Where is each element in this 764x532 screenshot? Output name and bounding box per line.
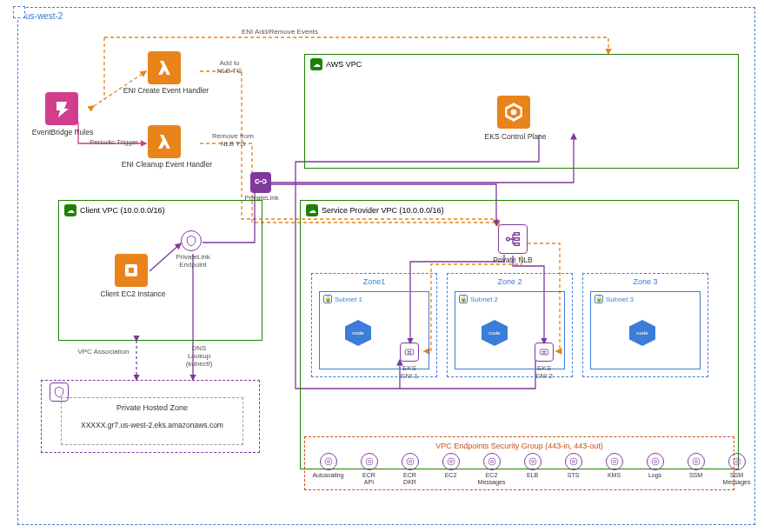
zone-1: Zone1 🔒Subnet 1 — [311, 273, 437, 377]
endpoint-item: STS — [555, 453, 592, 485]
endpoints-row: AutoscalingECRAPIECRDKREC2EC2MessagesELB… — [309, 453, 755, 485]
lock-icon: 🔒 — [459, 295, 468, 303]
svg-rect-5 — [515, 238, 520, 241]
eventbridge-label: EventBridge Rules — [26, 128, 99, 136]
endpoint-icon — [524, 453, 541, 470]
endpoint-label: ECRDKR — [403, 472, 416, 485]
provider-vpc-label: Service Provider VPC (10.0.0.0/16) — [322, 206, 444, 215]
aws-vpc-label: AWS VPC — [326, 60, 362, 69]
nlb-icon — [498, 224, 528, 254]
cloud-icon: ☁ — [64, 204, 76, 216]
zone-2-title: Zone 2 — [448, 277, 572, 286]
svg-point-16 — [449, 461, 452, 463]
region-label: us-west-2 — [25, 11, 63, 21]
eni-events-label: ENI Add/Remove Events — [219, 28, 341, 36]
endpoint-label: ECRAPI — [362, 472, 375, 485]
node-3-icon: node — [629, 320, 655, 346]
zone-1-title: Zone1 — [312, 277, 436, 286]
cloud-icon: ☁ — [306, 204, 318, 216]
ec2-icon — [115, 254, 148, 287]
endpoint-item: ECRDKR — [391, 453, 429, 485]
endpoint-label: KMS — [608, 472, 621, 479]
lambda-cleanup-icon — [148, 125, 181, 158]
pl-endpoint-label: PrivateLink Endpoint — [169, 253, 217, 269]
endpoint-label: SSM — [689, 472, 702, 479]
svg-point-0 — [511, 110, 517, 116]
endpoint-icon — [565, 453, 582, 470]
svg-point-28 — [694, 461, 697, 463]
endpoint-icon — [483, 453, 501, 470]
endpoint-icon — [402, 453, 419, 470]
svg-point-13 — [407, 458, 414, 465]
endpoint-item: SSMMessages — [718, 453, 755, 485]
eventbridge-icon — [45, 92, 78, 125]
eks-eni-1-label: EKS ENI 1 — [395, 364, 424, 380]
lock-icon: 🔒 — [323, 295, 332, 303]
endpoint-label: Autoscaling — [312, 472, 343, 479]
svg-point-25 — [652, 458, 659, 465]
svg-point-20 — [531, 461, 534, 463]
svg-rect-4 — [515, 233, 520, 236]
svg-point-27 — [693, 458, 700, 465]
zone-3-title: Zone 3 — [583, 277, 708, 286]
eni-create-label: ENI Create Event Handler — [118, 86, 214, 95]
hosted-zone-title: Private Hosted Zone — [62, 403, 242, 412]
add-to-label: Add toNLB TG — [210, 59, 249, 75]
eks-eni-2-label: EKS ENI 2 — [529, 364, 559, 380]
endpoint-label: SSMMessages — [723, 472, 751, 485]
endpoint-item: ELB — [514, 453, 551, 485]
client-vpc-label: Client VPC (10.0.0.0/16) — [80, 206, 165, 215]
svg-point-3 — [507, 237, 510, 241]
security-group-title: VPC Endpoints Security Group (443-in, 44… — [305, 442, 734, 450]
node-2-icon: node — [482, 320, 508, 346]
endpoint-item: EC2Messages — [473, 453, 510, 485]
svg-rect-7 — [405, 349, 413, 355]
endpoint-item: Autoscaling — [309, 453, 347, 485]
svg-point-23 — [611, 458, 618, 465]
svg-point-11 — [366, 458, 373, 465]
client-ec2-label: Client EC2 Instance — [94, 289, 172, 298]
hosted-zone-dns: XXXXX.gr7.us-west-2.eks.amazonaws.com — [62, 421, 242, 429]
cloud-icon: ☁ — [310, 58, 322, 70]
svg-point-10 — [327, 461, 329, 463]
privatelink-icon — [250, 172, 271, 193]
endpoint-item: KMS — [595, 453, 633, 485]
endpoint-icon — [688, 453, 705, 470]
svg-point-22 — [572, 461, 575, 463]
eks-cp-icon — [497, 96, 530, 129]
endpoint-label: STS — [568, 472, 580, 479]
endpoint-item: ECRAPI — [350, 453, 388, 485]
endpoint-item: SSM — [677, 453, 714, 485]
privatelink-endpoint-icon — [181, 230, 202, 251]
svg-rect-6 — [515, 243, 520, 246]
endpoint-item: EC2 — [432, 453, 469, 485]
endpoint-label: ELB — [527, 472, 538, 479]
svg-point-18 — [490, 461, 493, 463]
endpoint-label: EC2Messages — [478, 472, 506, 485]
client-vpc-box: ☁Client VPC (10.0.0.0/16) — [58, 200, 262, 341]
endpoint-icon — [361, 453, 378, 470]
svg-rect-2 — [129, 268, 134, 273]
vpc-assoc-label: VPC Association — [70, 348, 137, 356]
svg-rect-8 — [540, 349, 548, 355]
region-icon — [13, 6, 25, 18]
eni-cleanup-label: ENI Cleanup Event Handler — [118, 160, 216, 169]
endpoint-label: Logs — [648, 472, 661, 479]
hosted-zone-inner: Private Hosted Zone XXXXX.gr7.us-west-2.… — [61, 397, 243, 445]
endpoint-item: Logs — [636, 453, 674, 485]
svg-point-26 — [654, 461, 656, 463]
svg-point-14 — [409, 461, 411, 463]
endpoint-icon — [728, 453, 746, 470]
svg-point-19 — [529, 458, 536, 465]
remove-from-label: Remove fromNLB TG — [209, 132, 257, 148]
svg-point-29 — [734, 458, 741, 465]
svg-point-21 — [570, 458, 577, 465]
svg-point-15 — [448, 458, 455, 465]
svg-point-9 — [325, 458, 332, 465]
eks-eni-2-icon — [535, 342, 554, 362]
dns-lookup-label: DNS Lookup (kubectl) — [179, 344, 219, 369]
nlb-label: Private NLB — [485, 256, 541, 264]
svg-point-17 — [488, 458, 495, 465]
svg-point-30 — [735, 461, 738, 463]
periodic-trigger-label: Periodic Trigger — [83, 138, 144, 146]
